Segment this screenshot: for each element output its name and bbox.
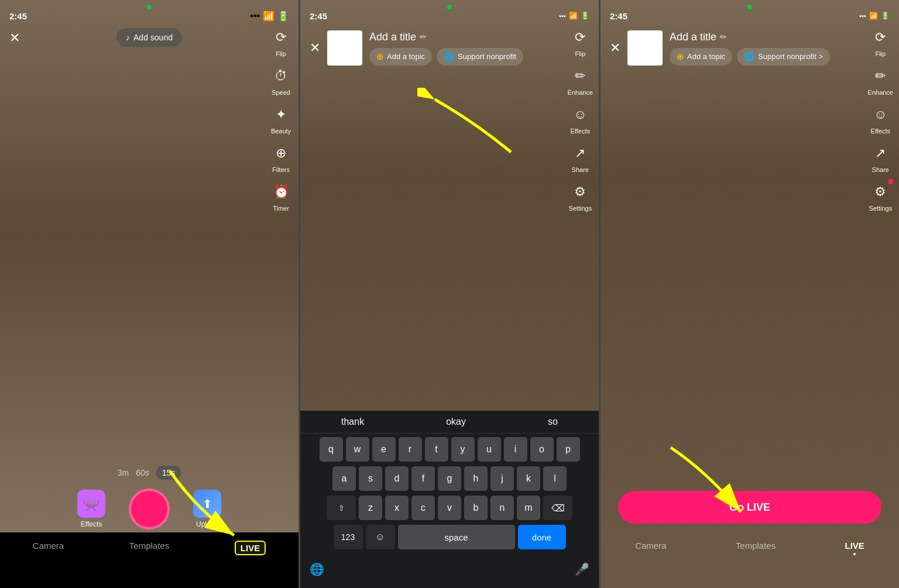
add-topic-label-2: Add a topic: [387, 52, 425, 61]
key-i[interactable]: i: [504, 437, 527, 462]
add-topic-label-3: Add a topic: [687, 52, 725, 61]
flip-button-2[interactable]: ⟳ Flip: [568, 26, 592, 57]
live-nav-label-3: LIVE: [845, 541, 864, 551]
key-k[interactable]: k: [517, 466, 540, 491]
close-button-3[interactable]: ✕: [610, 40, 620, 56]
status-bar-2: 2:45 ▪▪▪ 📶 🔋: [300, 0, 599, 26]
timer-button[interactable]: ⏰ Timer: [269, 180, 293, 212]
close-button-1[interactable]: ✕: [9, 30, 20, 46]
enhance-button-2[interactable]: ✏ Enhance: [568, 64, 593, 96]
key-t[interactable]: t: [425, 437, 448, 462]
speed-label: Speed: [272, 89, 290, 96]
key-g[interactable]: g: [438, 466, 461, 491]
key-u[interactable]: u: [478, 437, 501, 462]
key-v[interactable]: v: [438, 496, 461, 520]
key-z[interactable]: z: [359, 496, 382, 520]
key-y[interactable]: y: [451, 437, 475, 462]
support-nonprofit-button-3[interactable]: 🌐 Support nonprofit >: [737, 48, 830, 66]
right-icon-panel-3: ⟳ Flip ✏ Enhance ☺ Effects ↗ Share ⚙ Set…: [868, 26, 893, 219]
nav-camera-3[interactable]: Camera: [635, 541, 666, 551]
key-x[interactable]: x: [385, 496, 409, 520]
key-m[interactable]: m: [517, 496, 540, 520]
nav-templates-3[interactable]: Templates: [736, 541, 776, 551]
add-topic-button-2[interactable]: ⊕ Add a topic: [369, 48, 432, 66]
key-d[interactable]: d: [385, 466, 409, 491]
add-sound-button[interactable]: ♪ Add sound: [116, 28, 182, 47]
flip-button-3[interactable]: ⟳ Flip: [869, 26, 892, 57]
time-60s[interactable]: 60s: [136, 468, 149, 477]
effects-button[interactable]: 👾 Effects: [77, 490, 105, 528]
close-button-2[interactable]: ✕: [310, 40, 320, 56]
keyboard-row-2: a s d f g h j k l: [303, 466, 596, 491]
speed-button[interactable]: ⏱ Speed: [269, 64, 293, 96]
flip-label: Flip: [276, 50, 286, 57]
share-button-2[interactable]: ↗ Share: [568, 142, 592, 173]
key-b[interactable]: b: [464, 496, 488, 520]
key-n[interactable]: n: [490, 496, 514, 520]
enhance-icon-3: ✏: [869, 64, 892, 88]
key-e[interactable]: e: [372, 437, 396, 462]
settings-button-2[interactable]: ⚙ Settings: [568, 180, 592, 212]
key-j[interactable]: j: [490, 466, 514, 491]
key-backspace[interactable]: ⌫: [543, 496, 572, 520]
autocomplete-okay[interactable]: okay: [446, 417, 466, 427]
add-title-2[interactable]: Add a title ✏: [369, 31, 589, 43]
autocomplete-so[interactable]: so: [548, 417, 558, 427]
status-icons-3: ▪▪▪ 📶 🔋: [859, 12, 890, 20]
effects-icon-3: ☺: [869, 103, 892, 126]
key-f[interactable]: f: [411, 466, 435, 491]
key-numbers[interactable]: 123: [334, 525, 363, 549]
key-done[interactable]: done: [518, 525, 566, 549]
effects-button-3[interactable]: ☺ Effects: [869, 103, 892, 135]
yellow-arrow-2: [417, 88, 523, 158]
battery-icon-3: 🔋: [881, 12, 890, 20]
keyboard-globe-icon[interactable]: 🌐: [310, 562, 324, 576]
key-q[interactable]: q: [320, 437, 343, 462]
effects-label-3: Effects: [871, 128, 890, 135]
effects-button-2[interactable]: ☺ Effects: [568, 103, 592, 135]
enhance-label-3: Enhance: [868, 89, 893, 96]
key-p[interactable]: p: [557, 437, 580, 462]
status-time-3: 2:45: [610, 11, 627, 21]
time-3m[interactable]: 3m: [118, 468, 129, 477]
key-w[interactable]: w: [346, 437, 369, 462]
key-shift[interactable]: ⇧: [327, 496, 356, 520]
filters-button[interactable]: ⊕ Filters: [269, 142, 293, 173]
autocomplete-thank[interactable]: thank: [341, 417, 364, 427]
flip-icon-3: ⟳: [869, 26, 892, 49]
bottom-nav-3: Camera Templates LIVE: [601, 532, 899, 588]
effects-label-2: Effects: [571, 128, 590, 135]
key-a[interactable]: a: [332, 466, 356, 491]
support-nonprofit-button-2[interactable]: 🌐 Support nonprofit: [437, 48, 523, 66]
beauty-icon: ✦: [269, 103, 293, 126]
key-o[interactable]: o: [530, 437, 554, 462]
key-l[interactable]: l: [543, 466, 567, 491]
key-s[interactable]: s: [359, 466, 382, 491]
speed-icon: ⏱: [269, 64, 293, 88]
keyboard-row-1: q w e r t y u i o p: [303, 437, 596, 462]
status-icons-2: ▪▪▪ 📶 🔋: [559, 12, 589, 20]
beauty-button[interactable]: ✦ Beauty: [269, 103, 293, 135]
key-c[interactable]: c: [411, 496, 435, 520]
nav-live-3[interactable]: LIVE: [845, 541, 864, 555]
nav-camera-1[interactable]: Camera: [33, 541, 64, 551]
key-emoji[interactable]: ☺: [366, 525, 395, 549]
wifi-icon-2: 📶: [569, 12, 578, 20]
enhance-button-3[interactable]: ✏ Enhance: [868, 64, 893, 96]
effects-icon-2: ☺: [568, 103, 592, 126]
settings-icon-2: ⚙: [568, 180, 592, 204]
settings-button-3[interactable]: ⚙ Settings: [869, 180, 892, 212]
music-icon: ♪: [126, 33, 130, 42]
title-thumbnail-3: [627, 30, 663, 66]
key-r[interactable]: r: [399, 437, 422, 462]
add-topic-button-3[interactable]: ⊕ Add a topic: [670, 48, 732, 66]
add-title-3[interactable]: Add a title ✏: [670, 31, 890, 43]
share-label-3: Share: [872, 166, 889, 173]
keyboard-mic-icon[interactable]: 🎤: [575, 562, 589, 576]
key-space[interactable]: space: [398, 525, 515, 549]
beauty-label: Beauty: [271, 128, 291, 135]
plus-icon-2: ⊕: [376, 51, 384, 62]
flip-button[interactable]: ⟳ Flip: [269, 26, 293, 57]
key-h[interactable]: h: [464, 466, 488, 491]
share-button-3[interactable]: ↗ Share: [869, 142, 892, 173]
